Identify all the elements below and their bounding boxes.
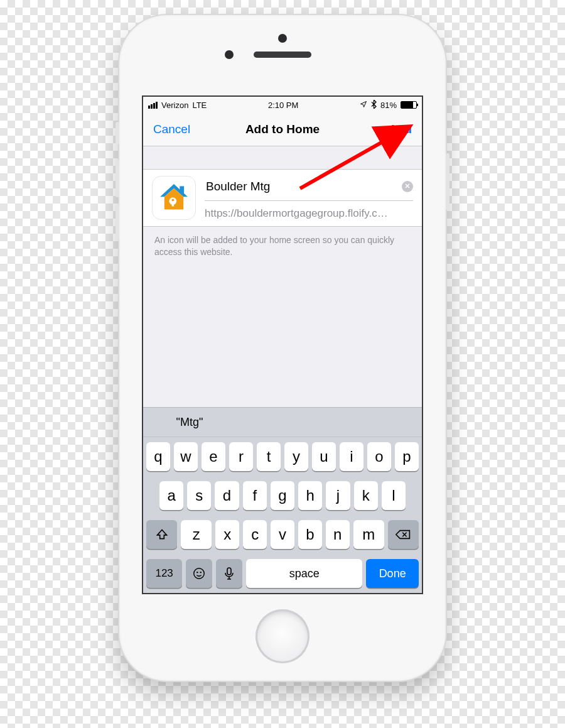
home-button[interactable] <box>256 609 309 663</box>
keyboard-row-3: zxcvbnm <box>143 515 422 554</box>
battery-icon <box>401 101 417 109</box>
key-y[interactable]: y <box>284 442 308 471</box>
emoji-key[interactable] <box>186 559 212 588</box>
backspace-key[interactable] <box>388 520 419 549</box>
key-d[interactable]: d <box>215 481 239 510</box>
carrier-label: Verizon <box>161 101 188 110</box>
bookmark-url: https://bouldermortgagegroup.floify.c… <box>205 201 413 220</box>
space-key[interactable]: space <box>246 559 362 588</box>
keyboard-row-2: asdfghjkl <box>143 476 422 515</box>
key-e[interactable]: e <box>202 442 225 471</box>
volume-up-button <box>116 160 119 197</box>
navigation-bar: Cancel Add to Home Add <box>143 113 422 146</box>
cancel-button[interactable]: Cancel <box>153 122 190 136</box>
shift-key[interactable] <box>146 520 177 549</box>
key-a[interactable]: a <box>159 481 183 510</box>
network-label: LTE <box>192 101 207 110</box>
key-w[interactable]: w <box>174 442 198 471</box>
key-x[interactable]: x <box>215 520 239 549</box>
quicktype-bar: "Mtg" <box>143 408 422 437</box>
key-o[interactable]: o <box>367 442 391 471</box>
key-z[interactable]: z <box>181 520 212 549</box>
keyboard-row-4: 123 space Done <box>143 554 422 593</box>
key-t[interactable]: t <box>257 442 281 471</box>
done-key[interactable]: Done <box>366 559 419 588</box>
key-m[interactable]: m <box>353 520 384 549</box>
key-v[interactable]: v <box>271 520 294 549</box>
mute-switch <box>116 122 119 144</box>
signal-strength-icon <box>148 102 158 109</box>
dictation-key[interactable] <box>216 559 242 588</box>
svg-rect-2 <box>172 201 174 206</box>
key-k[interactable]: k <box>354 481 378 510</box>
key-u[interactable]: u <box>312 442 336 471</box>
key-g[interactable]: g <box>271 481 294 510</box>
svg-point-6 <box>200 572 202 573</box>
content-area: https://bouldermortgagegroup.floify.c… A… <box>143 146 422 407</box>
front-camera <box>278 34 287 43</box>
keyboard-row-1: qwertyuiop <box>143 437 422 476</box>
bookmark-title-input[interactable] <box>205 179 397 194</box>
earpiece-speaker <box>254 52 311 58</box>
key-l[interactable]: l <box>382 481 406 510</box>
key-h[interactable]: h <box>298 481 322 510</box>
svg-point-4 <box>194 568 205 579</box>
proximity-sensor <box>225 50 234 59</box>
numbers-key[interactable]: 123 <box>146 559 182 588</box>
add-button[interactable]: Add <box>389 122 412 136</box>
key-i[interactable]: i <box>340 442 363 471</box>
status-bar: Verizon LTE 2:10 PM 81% <box>143 97 422 113</box>
svg-rect-0 <box>180 186 184 193</box>
iphone-device-frame: Verizon LTE 2:10 PM 81% Cancel Add to Ho… <box>119 15 446 681</box>
power-button <box>446 153 449 210</box>
site-icon <box>152 176 196 220</box>
svg-point-3 <box>171 199 174 202</box>
location-icon <box>360 101 367 110</box>
quicktype-suggestion[interactable]: "Mtg" <box>143 416 236 429</box>
svg-point-5 <box>196 572 198 573</box>
bookmark-form: https://bouldermortgagegroup.floify.c… <box>143 169 422 227</box>
volume-down-button <box>116 204 119 241</box>
battery-percent: 81% <box>380 101 397 110</box>
key-c[interactable]: c <box>243 520 267 549</box>
keyboard: "Mtg" qwertyuiop asdfghjkl zxcvbnm 123 <box>143 407 422 593</box>
key-j[interactable]: j <box>326 481 350 510</box>
clock: 2:10 PM <box>268 101 298 110</box>
key-b[interactable]: b <box>298 520 322 549</box>
key-r[interactable]: r <box>229 442 253 471</box>
key-s[interactable]: s <box>187 481 211 510</box>
screen: Verizon LTE 2:10 PM 81% Cancel Add to Ho… <box>142 95 423 594</box>
svg-rect-7 <box>227 568 231 575</box>
key-f[interactable]: f <box>243 481 267 510</box>
clear-text-button[interactable] <box>402 181 413 192</box>
hint-text: An icon will be added to your home scree… <box>143 227 422 266</box>
bluetooth-icon <box>371 100 377 111</box>
key-n[interactable]: n <box>326 520 350 549</box>
key-q[interactable]: q <box>146 442 170 471</box>
key-p[interactable]: p <box>395 442 419 471</box>
